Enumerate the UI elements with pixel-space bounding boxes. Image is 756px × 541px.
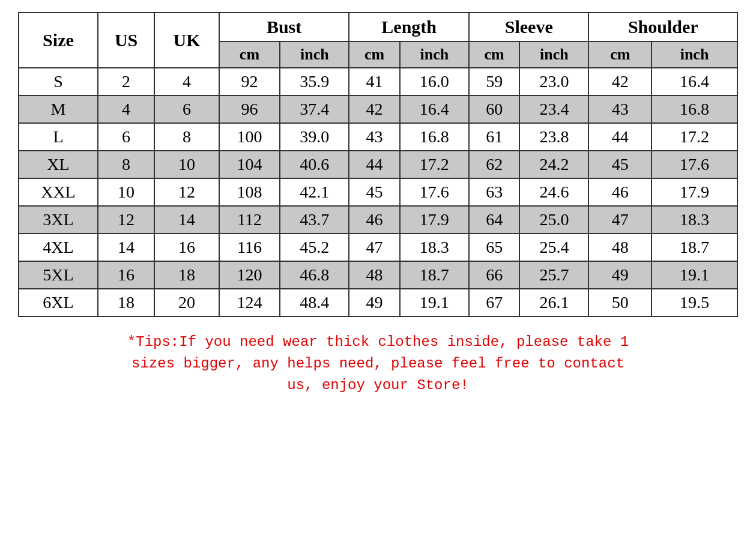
shoulder-cm-header: cm: [588, 41, 652, 68]
table-row: 4XL141611645.24718.36525.44818.7: [19, 234, 737, 261]
table-row: 5XL161812046.84818.76625.74919.1: [19, 261, 737, 289]
shoulder-header: Shoulder: [588, 13, 737, 41]
bust-header: Bust: [219, 13, 349, 41]
table-row: XL81010440.64417.26224.24517.6: [19, 151, 737, 178]
size-header: Size: [19, 13, 98, 68]
table-body: S249235.94116.05923.04216.4M469637.44216…: [19, 68, 737, 316]
table-row: 3XL121411243.74617.96425.04718.3: [19, 206, 737, 234]
table-row: S249235.94116.05923.04216.4: [19, 68, 737, 95]
tips-line3: us, enjoy your Store!: [30, 375, 726, 396]
shoulder-inch-header: inch: [652, 41, 737, 68]
sleeve-inch-header: inch: [519, 41, 588, 68]
length-header: Length: [349, 13, 469, 41]
sleeve-header: Sleeve: [469, 13, 589, 41]
table-row: L6810039.04316.86123.84417.2: [19, 123, 737, 151]
bust-cm-header: cm: [219, 41, 280, 68]
header-row-1: Size US UK Bust Length Sleeve Shoulder: [19, 13, 737, 41]
table-row: 6XL182012448.44919.16726.15019.5: [19, 289, 737, 316]
main-container: Size US UK Bust Length Sleeve Shoulder c…: [0, 0, 756, 541]
tips-line2: sizes bigger, any helps need, please fee…: [30, 353, 726, 375]
tips-section: *Tips:If you need wear thick clothes ins…: [18, 331, 738, 396]
length-inch-header: inch: [400, 41, 469, 68]
bust-inch-header: inch: [280, 41, 349, 68]
length-cm-header: cm: [349, 41, 399, 68]
table-row: XXL101210842.14517.66324.64617.9: [19, 178, 737, 206]
table-row: M469637.44216.46023.44316.8: [19, 95, 737, 123]
uk-header: UK: [154, 13, 219, 68]
sleeve-cm-header: cm: [469, 41, 519, 68]
tips-line1: *Tips:If you need wear thick clothes ins…: [30, 331, 726, 353]
size-chart-table: Size US UK Bust Length Sleeve Shoulder c…: [18, 12, 738, 317]
us-header: US: [98, 13, 154, 68]
